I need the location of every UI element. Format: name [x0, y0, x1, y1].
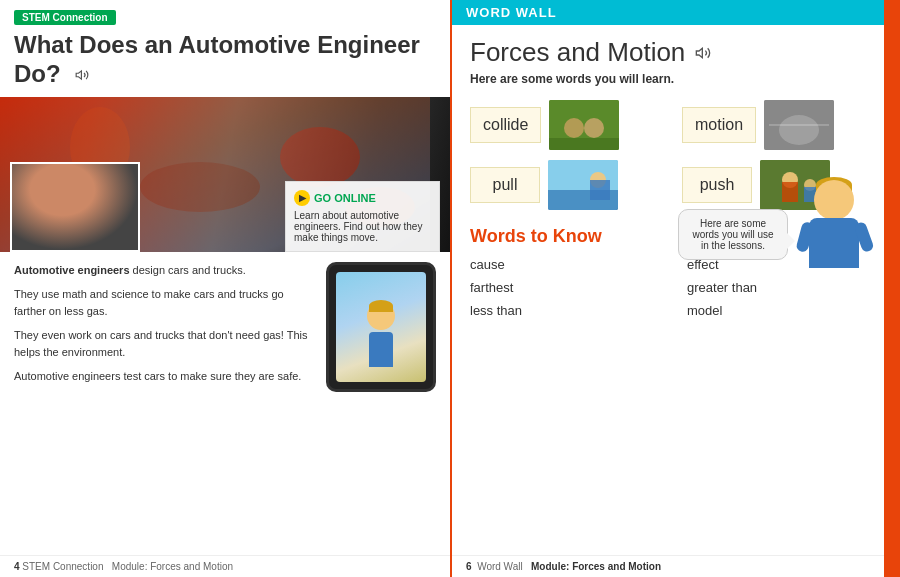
svg-marker-6 [697, 48, 703, 57]
svg-point-8 [564, 118, 584, 138]
right-orange-strip [884, 0, 900, 577]
go-online-icon: ▶ [294, 190, 310, 206]
speech-bubble: Here are some words you will use in the … [678, 209, 788, 260]
right-page-title: Forces and Motion [470, 37, 884, 68]
vocab-image-motion [764, 100, 834, 150]
right-page-number: 6 [466, 561, 472, 572]
paragraph-1: Automotive engineers design cars and tru… [14, 262, 318, 279]
left-page-title: What Does an Automotive Engineer Do? [14, 31, 436, 89]
left-footer: 4 STEM Connection Module: Forces and Mot… [0, 555, 450, 577]
left-page-number: 4 [14, 561, 20, 572]
character-figure-ipad [351, 302, 411, 382]
char-body [369, 332, 393, 367]
go-online-box: ▶ GO ONLINE Learn about automotive engin… [285, 181, 440, 252]
ipad-screen [336, 272, 426, 382]
vocab-word-collide: collide [470, 107, 541, 143]
left-page: STEM Connection What Does an Automotive … [0, 0, 450, 577]
char-hair [369, 300, 393, 312]
speaker-icon[interactable] [73, 68, 91, 82]
paragraph-4: Automotive engineers test cars to make s… [14, 368, 318, 385]
vocab-image-collide [549, 100, 619, 150]
right-footer-module: Module: Forces and Motion [531, 561, 661, 572]
speaker-icon-right[interactable] [693, 45, 713, 61]
char-head [367, 302, 395, 330]
svg-point-3 [140, 162, 260, 212]
go-online-text: Learn about automotive engineers. Find o… [294, 210, 431, 243]
left-footer-module: Module: Forces and Motion [112, 561, 233, 572]
word-less-than: less than [470, 301, 667, 320]
svg-point-9 [584, 118, 604, 138]
vocab-item-pull: pull [470, 160, 672, 210]
svg-rect-10 [549, 138, 619, 150]
word-farthest: farthest [470, 278, 667, 297]
stem-badge: STEM Connection [14, 10, 116, 25]
vocab-word-motion: motion [682, 107, 756, 143]
right-character [794, 180, 874, 290]
right-footer-section: Word Wall [477, 561, 523, 572]
ipad-image [326, 262, 436, 392]
words-to-know-section: Words to Know cause effect farthest grea… [470, 226, 884, 320]
paragraph-2: They use math and science to make cars a… [14, 286, 318, 319]
engineer-image [10, 162, 140, 252]
rc-head [814, 180, 854, 220]
character-bubble-area: Here are some words you will use in the … [678, 180, 874, 290]
paragraph-3: They even work on cars and trucks that d… [14, 327, 318, 360]
vocab-item-motion: motion [682, 100, 884, 150]
word-cause: cause [470, 255, 667, 274]
vocab-item-collide: collide [470, 100, 672, 150]
rc-body [809, 218, 859, 268]
left-text-block: Automotive engineers design cars and tru… [14, 262, 318, 393]
word-model: model [687, 301, 884, 320]
vocab-word-pull: pull [470, 167, 540, 203]
right-page: WORD WALL Forces and Motion Here are som… [452, 0, 900, 577]
svg-rect-17 [590, 180, 610, 200]
right-footer: 6 Word Wall Module: Forces and Motion [452, 555, 900, 577]
svg-marker-0 [76, 71, 81, 79]
right-subtitle: Here are some words you will learn. [470, 72, 884, 86]
svg-point-2 [280, 127, 360, 187]
left-images-area: ▶ GO ONLINE Learn about automotive engin… [0, 97, 450, 252]
left-footer-section: STEM Connection [22, 561, 103, 572]
left-main-content: Automotive engineers design cars and tru… [0, 252, 450, 403]
go-online-title: ▶ GO ONLINE [294, 190, 431, 206]
word-wall-header: WORD WALL [452, 0, 900, 25]
right-main-content: Forces and Motion Here are some words yo… [452, 25, 900, 332]
vocab-image-pull [548, 160, 618, 210]
svg-point-12 [779, 115, 819, 145]
